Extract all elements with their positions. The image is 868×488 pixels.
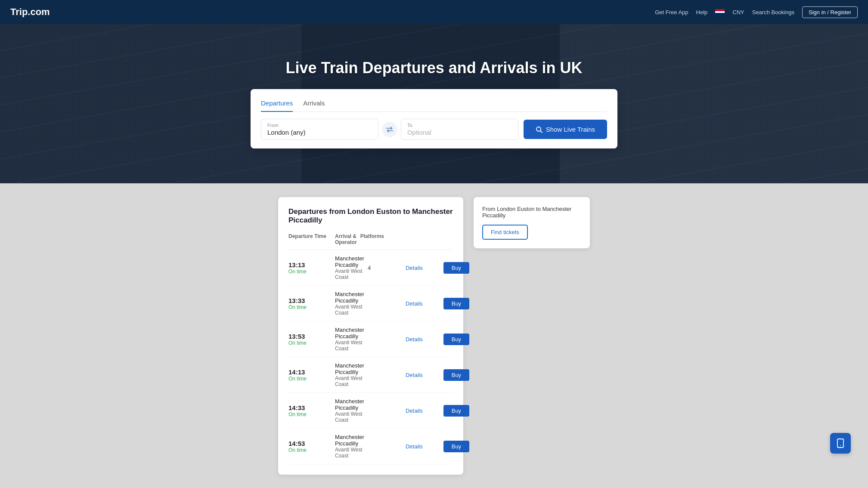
status-badge: On time bbox=[288, 340, 332, 346]
hero-content: Live Train Departures and Arrivals in UK… bbox=[240, 59, 628, 148]
help-link[interactable]: Help bbox=[696, 9, 708, 15]
operator: Avanti West Coast bbox=[335, 340, 364, 352]
col-details bbox=[398, 233, 433, 245]
find-tickets-button[interactable]: Find tickets bbox=[482, 225, 528, 240]
header-nav: Get Free App Help CNY Search Bookings Si… bbox=[655, 6, 858, 18]
buy-button[interactable]: Buy bbox=[443, 369, 469, 381]
destination: Manchester Piccadilly bbox=[335, 434, 364, 447]
search-icon bbox=[536, 126, 542, 133]
swap-icon bbox=[386, 127, 394, 133]
side-card: From London Euston to Manchester Piccadi… bbox=[474, 197, 590, 248]
departure-time: 14:53 bbox=[288, 440, 332, 447]
buy-button[interactable]: Buy bbox=[443, 405, 469, 417]
details-link[interactable]: Details bbox=[406, 265, 440, 271]
search-bookings-link[interactable]: Search Bookings bbox=[752, 9, 794, 15]
operator: Avanti West Coast bbox=[335, 304, 364, 316]
col-buy bbox=[436, 233, 462, 245]
from-label: From bbox=[267, 123, 372, 128]
search-tabs: Departures Arrivals bbox=[261, 98, 607, 112]
hero-section: Live Train Departures and Arrivals in UK… bbox=[0, 24, 868, 183]
table-row: 13:13 On time Manchester Piccadilly Avan… bbox=[288, 250, 453, 286]
details-link[interactable]: Details bbox=[406, 300, 440, 307]
operator: Avanti West Coast bbox=[335, 447, 364, 459]
svg-line-1 bbox=[540, 131, 542, 133]
departure-time: 13:33 bbox=[288, 297, 332, 304]
col-departure: Departure Time bbox=[288, 233, 332, 245]
show-trains-button[interactable]: Show Live Trains bbox=[524, 120, 607, 139]
hero-title: Live Train Departures and Arrivals in UK bbox=[286, 59, 583, 77]
departure-time: 14:33 bbox=[288, 404, 332, 411]
destination: Manchester Piccadilly bbox=[335, 255, 364, 268]
buy-button[interactable]: Buy bbox=[443, 334, 469, 345]
table-row: 14:53 On time Manchester Piccadilly Avan… bbox=[288, 429, 453, 464]
details-link[interactable]: Details bbox=[406, 372, 440, 378]
details-link[interactable]: Details bbox=[406, 443, 440, 450]
details-link[interactable]: Details bbox=[406, 408, 440, 414]
flag-icon bbox=[715, 9, 725, 15]
operator: Avanti West Coast bbox=[335, 375, 364, 387]
tablet-icon bbox=[836, 439, 845, 448]
to-placeholder: Optional bbox=[407, 129, 512, 136]
svg-point-3 bbox=[840, 445, 841, 446]
from-value: London (any) bbox=[267, 129, 372, 136]
destination: Manchester Piccadilly bbox=[335, 327, 364, 340]
status-badge: On time bbox=[288, 304, 332, 310]
operator: Avanti West Coast bbox=[335, 268, 364, 280]
search-fields: From London (any) To Optional bbox=[261, 119, 607, 140]
departures-title: Departures from London Euston to Manches… bbox=[288, 207, 453, 225]
table-row: 13:33 On time Manchester Piccadilly Avan… bbox=[288, 286, 453, 321]
mobile-app-button[interactable] bbox=[830, 433, 851, 454]
search-box: Departures Arrivals From London (any) To… bbox=[251, 89, 617, 148]
get-free-app-link[interactable]: Get Free App bbox=[655, 9, 688, 15]
tab-departures[interactable]: Departures bbox=[261, 98, 293, 112]
departure-time: 14:13 bbox=[288, 368, 332, 376]
destination: Manchester Piccadilly bbox=[335, 362, 364, 375]
status-badge: On time bbox=[288, 269, 332, 275]
details-link[interactable]: Details bbox=[406, 336, 440, 343]
side-card-title: From London Euston to Manchester Piccadi… bbox=[482, 206, 581, 219]
from-field[interactable]: From London (any) bbox=[261, 119, 378, 140]
site-logo[interactable]: Trip.com bbox=[10, 6, 50, 18]
departures-card: Departures from London Euston to Manches… bbox=[278, 197, 463, 475]
status-badge: On time bbox=[288, 411, 332, 417]
col-platforms: Platforms bbox=[360, 233, 395, 245]
table-header: Departure Time Arrival & Operator Platfo… bbox=[288, 233, 453, 250]
col-arrival: Arrival & Operator bbox=[335, 233, 357, 245]
status-badge: On time bbox=[288, 447, 332, 453]
header: Trip.com Get Free App Help CNY Search Bo… bbox=[0, 0, 868, 24]
status-badge: On time bbox=[288, 376, 332, 382]
table-body: 13:13 On time Manchester Piccadilly Avan… bbox=[288, 250, 453, 464]
swap-button[interactable] bbox=[382, 122, 397, 137]
table-row: 14:33 On time Manchester Piccadilly Avan… bbox=[288, 393, 453, 429]
platform: 4 bbox=[368, 265, 402, 271]
destination: Manchester Piccadilly bbox=[335, 291, 364, 304]
sign-in-button[interactable]: Sign in / Register bbox=[802, 6, 858, 18]
buy-button[interactable]: Buy bbox=[443, 441, 469, 452]
buy-button[interactable]: Buy bbox=[443, 298, 469, 309]
main-content: Departures from London Euston to Manches… bbox=[0, 183, 868, 488]
departure-time: 13:13 bbox=[288, 261, 332, 269]
tab-arrivals[interactable]: Arrivals bbox=[303, 98, 325, 112]
to-field[interactable]: To Optional bbox=[401, 119, 518, 140]
destination: Manchester Piccadilly bbox=[335, 398, 364, 411]
to-label: To bbox=[407, 123, 512, 128]
operator: Avanti West Coast bbox=[335, 411, 364, 423]
currency-selector[interactable]: CNY bbox=[732, 9, 744, 15]
table-row: 13:53 On time Manchester Piccadilly Avan… bbox=[288, 321, 453, 357]
buy-button[interactable]: Buy bbox=[443, 262, 469, 274]
departure-time: 13:53 bbox=[288, 333, 332, 340]
table-row: 14:13 On time Manchester Piccadilly Avan… bbox=[288, 357, 453, 393]
